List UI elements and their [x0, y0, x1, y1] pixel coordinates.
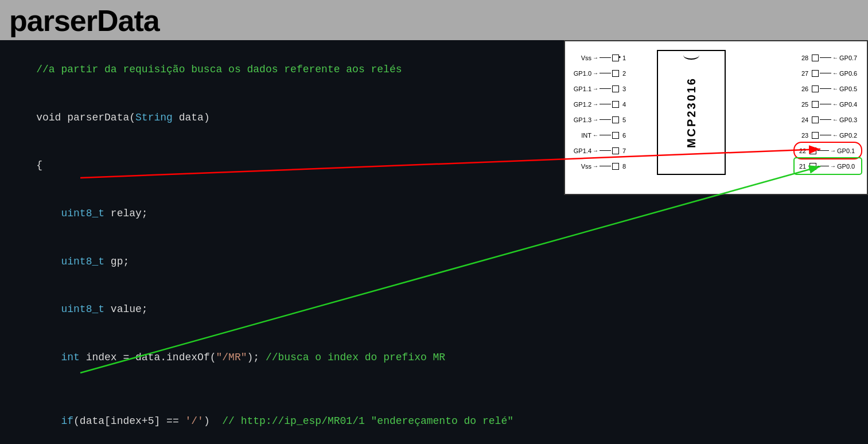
code-line-7: int index = data.indexOf("/MR"); //busca…: [11, 334, 857, 382]
code-line-6: uint8_t value;: [11, 286, 857, 334]
page-title: parserData: [9, 3, 159, 38]
code-line-8: [11, 382, 857, 398]
code-line-5: uint8_t gp;: [11, 238, 857, 286]
ic-label: MCP23016: [685, 77, 698, 148]
title-bar: parserData: [0, 0, 868, 40]
ic-container: Vss → • 1 GP1.0 → 2: [571, 47, 861, 188]
code-line-9: if(data[index+5] == '/') // http://ip_es…: [11, 398, 857, 444]
ic-diagram: Vss → • 1 GP1.0 → 2: [564, 40, 868, 195]
code-line-4: uint8_t relay;: [11, 190, 857, 238]
comment-1: //a partir da requisição busca os dados …: [36, 64, 402, 75]
code-area: //a partir da requisição busca os dados …: [0, 40, 868, 444]
